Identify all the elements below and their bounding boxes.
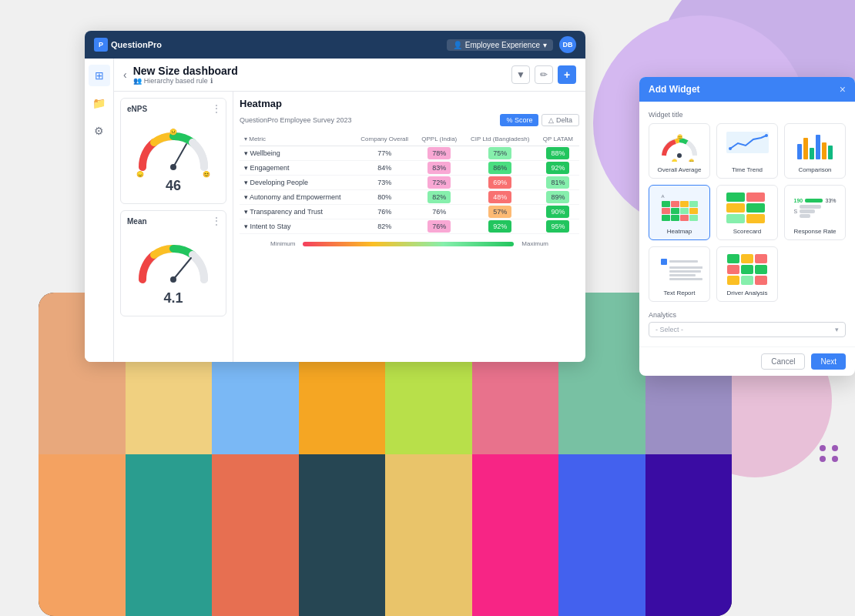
widget-options-grid: 😞 😐 😊 Overall Average T	[649, 123, 846, 302]
sidebar-folder-icon[interactable]: 📁	[89, 92, 110, 114]
table-row: ▾ Transparency and Trust 76% 76% 57% 90%	[240, 205, 579, 219]
legend-min: Minimum	[270, 240, 295, 247]
modal-close-button[interactable]: ×	[840, 83, 846, 95]
back-button[interactable]: ‹	[123, 69, 127, 81]
widget-option-overall-average[interactable]: 😞 😐 😊 Overall Average	[649, 123, 710, 179]
svg-text:😐: 😐	[169, 128, 177, 136]
cell-value: 86%	[464, 161, 537, 176]
analytics-label: Analytics	[649, 311, 846, 319]
col-cip: CIP Ltd (Bangladesh)	[464, 132, 537, 146]
widget-option-comparison[interactable]: Comparison	[784, 123, 846, 179]
people-icon: 👥	[133, 77, 142, 85]
add-widget-button[interactable]: +	[558, 65, 576, 84]
app-body: ⊞ 📁 ⚙ ‹ New Size dashboard 👥 Hierarchy b…	[85, 59, 585, 362]
widget-option-time-trend[interactable]: Time Trend	[716, 123, 778, 179]
cell-value: 90%	[537, 205, 579, 219]
widget-option-name: Response Rate	[793, 228, 836, 235]
employee-icon: 👤	[453, 41, 462, 49]
svg-text:😞: 😞	[672, 159, 678, 162]
bar	[828, 146, 833, 159]
svg-text:😊: 😊	[203, 170, 210, 178]
comparison-bars	[797, 132, 833, 159]
driver-preview	[726, 253, 769, 286]
enps-gauge: 😞 😐 😊 46	[127, 118, 220, 197]
hierarchy-label: 👥 Hierarchy based rule ℹ	[133, 77, 505, 85]
dashboard-header: ‹ New Size dashboard 👥 Hierarchy based r…	[114, 59, 585, 92]
metric-name: ▾ Autonomy and Empowerment	[240, 190, 354, 205]
dropdown-icon: ▾	[543, 41, 547, 49]
widget-option-name: Time Trend	[732, 166, 763, 173]
add-widget-modal: Add Widget × Widget title 😞 😐	[639, 77, 855, 376]
table-header-row: ▾ Metric Company Overall QPPL (India) CI…	[240, 132, 579, 146]
survey-label: QuestionPro Employee Survey 2023	[240, 116, 352, 124]
bar	[822, 142, 826, 159]
widget-title-label: Widget title	[649, 111, 846, 119]
modal-header: Add Widget ×	[639, 77, 855, 102]
dot	[820, 445, 826, 451]
widget-option-name: Scorecard	[733, 228, 761, 235]
dot	[832, 445, 838, 451]
analytics-placeholder: - Select -	[656, 326, 683, 333]
heatmap-panel: Heatmap QuestionPro Employee Survey 2023…	[233, 92, 585, 362]
metric-name: ▾ Intent to Stay	[240, 219, 354, 234]
svg-text:😐: 😐	[676, 134, 682, 140]
heatmap-preview-grid	[662, 201, 698, 221]
widget-preview-heatmap: A	[656, 190, 702, 225]
mean-menu[interactable]: ⋮	[212, 216, 221, 226]
filter-button[interactable]: ▼	[511, 65, 530, 84]
legend-gradient	[303, 242, 514, 246]
col-qp-latam: QP LATAM	[537, 132, 579, 146]
header-actions: ▼ ✏ +	[511, 65, 576, 84]
mean-widget: Mean ⋮	[120, 210, 226, 316]
col-metric: ▾ Metric	[240, 132, 354, 146]
user-avatar[interactable]: DB	[559, 36, 576, 53]
heatmap-controls: QuestionPro Employee Survey 2023 % Score…	[240, 114, 579, 126]
cell-value: 75%	[464, 146, 537, 161]
col-company: Company Overall	[354, 132, 415, 146]
enps-gauge-svg: 😞 😐 😊	[131, 121, 216, 175]
widget-option-text-report[interactable]: Text Report	[649, 246, 710, 302]
delta-button[interactable]: △ Delta	[542, 114, 579, 126]
sidebar-grid-icon[interactable]: ⊞	[89, 65, 110, 86]
analytics-select[interactable]: - Select - ▾	[649, 322, 846, 337]
cell-value: 92%	[537, 161, 579, 176]
widget-preview-text	[656, 252, 702, 286]
heatmap-table: ▾ Metric Company Overall QPPL (India) CI…	[240, 132, 579, 234]
widget-option-heatmap[interactable]: A	[649, 185, 710, 240]
widget-option-driver-analysis[interactable]: Driver Analysis	[716, 246, 778, 302]
bar	[816, 135, 820, 159]
enps-menu[interactable]: ⋮	[212, 103, 221, 114]
cell-value: 76%	[415, 205, 464, 219]
widget-preview-response: 190 33% S	[792, 190, 838, 225]
table-row: ▾ Engagement 84% 83% 86% 92%	[240, 161, 579, 176]
score-button[interactable]: % Score	[500, 114, 538, 126]
widget-preview-gauge: 😞 😐 😊	[656, 129, 702, 163]
logo-text: QuestionPro	[111, 40, 162, 49]
widget-option-response-rate[interactable]: 190 33% S	[784, 185, 846, 240]
product-badge[interactable]: 👤 Employee Experience ▾	[447, 39, 553, 51]
edit-button[interactable]: ✏	[535, 65, 553, 84]
widget-preview-driver	[724, 252, 770, 286]
svg-line-0	[173, 144, 186, 167]
face-cell	[39, 454, 126, 616]
dot	[832, 456, 838, 462]
col-qppl: QPPL (India)	[415, 132, 464, 146]
logo-icon: P	[94, 38, 108, 52]
dashboard-content: eNPS ⋮	[114, 92, 585, 362]
cancel-button[interactable]: Cancel	[761, 353, 805, 370]
next-button[interactable]: Next	[811, 353, 846, 370]
product-label: Employee Experience	[465, 41, 540, 49]
sidebar-settings-icon[interactable]: ⚙	[89, 120, 110, 142]
widget-option-name: Heatmap	[667, 228, 692, 235]
trend-preview-svg	[726, 132, 769, 161]
mean-title: Mean	[127, 217, 220, 226]
widget-preview-scorecard	[724, 190, 770, 225]
response-preview: 190 33% S	[794, 198, 837, 218]
svg-point-12	[729, 147, 732, 150]
cell-value: 72%	[415, 176, 464, 190]
svg-point-6	[170, 276, 176, 283]
scorecard-preview	[726, 192, 769, 223]
modal-body: Widget title 😞 😐 😊	[639, 102, 855, 346]
widget-option-scorecard[interactable]: Scorecard	[716, 185, 778, 240]
enps-widget: eNPS ⋮	[120, 98, 226, 204]
